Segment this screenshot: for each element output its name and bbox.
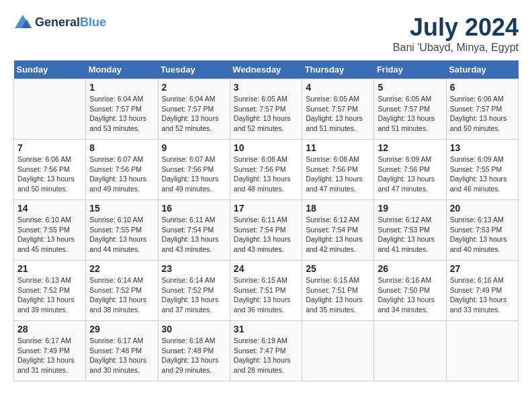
header-cell-friday: Friday — [374, 60, 446, 79]
calendar-body: 1Sunrise: 6:04 AM Sunset: 7:57 PM Daylig… — [14, 79, 519, 381]
day-info: Sunrise: 6:04 AM Sunset: 7:57 PM Dayligh… — [162, 94, 226, 134]
day-number: 29 — [89, 324, 154, 334]
day-cell: 1Sunrise: 6:04 AM Sunset: 7:57 PM Daylig… — [86, 79, 158, 140]
day-cell: 5Sunrise: 6:05 AM Sunset: 7:57 PM Daylig… — [374, 79, 446, 140]
day-number: 28 — [17, 324, 82, 334]
day-info: Sunrise: 6:18 AM Sunset: 7:48 PM Dayligh… — [162, 336, 226, 375]
day-cell — [446, 321, 518, 381]
header-cell-sunday: Sunday — [14, 60, 86, 79]
day-number: 22 — [89, 263, 154, 274]
day-cell: 4Sunrise: 6:05 AM Sunset: 7:57 PM Daylig… — [302, 79, 374, 140]
day-cell — [302, 321, 374, 381]
day-number: 26 — [378, 263, 442, 274]
day-cell: 28Sunrise: 6:17 AM Sunset: 7:49 PM Dayli… — [14, 321, 86, 381]
day-number: 12 — [378, 142, 442, 153]
day-number: 17 — [234, 203, 298, 214]
day-info: Sunrise: 6:19 AM Sunset: 7:47 PM Dayligh… — [234, 336, 298, 375]
title-block: July 2024 Bani 'Ubayd, Minya, Egypt — [393, 13, 519, 54]
day-cell: 30Sunrise: 6:18 AM Sunset: 7:48 PM Dayli… — [158, 321, 230, 381]
day-number: 30 — [162, 324, 226, 334]
day-cell: 17Sunrise: 6:11 AM Sunset: 7:54 PM Dayli… — [230, 200, 302, 261]
day-number: 11 — [306, 142, 370, 153]
logo: GeneralBlue — [13, 13, 106, 32]
month-year-title: July 2024 — [393, 13, 519, 42]
day-info: Sunrise: 6:12 AM Sunset: 7:54 PM Dayligh… — [306, 215, 370, 255]
day-info: Sunrise: 6:09 AM Sunset: 7:55 PM Dayligh… — [450, 154, 515, 194]
day-cell — [374, 321, 446, 381]
day-info: Sunrise: 6:10 AM Sunset: 7:55 PM Dayligh… — [89, 215, 154, 255]
day-cell: 3Sunrise: 6:05 AM Sunset: 7:57 PM Daylig… — [230, 79, 302, 140]
day-cell: 12Sunrise: 6:09 AM Sunset: 7:56 PM Dayli… — [374, 140, 446, 200]
week-row-5: 28Sunrise: 6:17 AM Sunset: 7:49 PM Dayli… — [14, 321, 519, 381]
day-info: Sunrise: 6:08 AM Sunset: 7:56 PM Dayligh… — [234, 154, 298, 194]
day-cell: 18Sunrise: 6:12 AM Sunset: 7:54 PM Dayli… — [302, 200, 374, 261]
day-cell: 31Sunrise: 6:19 AM Sunset: 7:47 PM Dayli… — [230, 321, 302, 381]
day-number: 8 — [89, 142, 154, 153]
header-cell-tuesday: Tuesday — [158, 60, 230, 79]
day-info: Sunrise: 6:16 AM Sunset: 7:50 PM Dayligh… — [378, 275, 442, 315]
day-cell: 14Sunrise: 6:10 AM Sunset: 7:55 PM Dayli… — [14, 200, 86, 261]
day-number: 21 — [17, 263, 82, 274]
day-cell: 19Sunrise: 6:12 AM Sunset: 7:53 PM Dayli… — [374, 200, 446, 261]
week-row-1: 1Sunrise: 6:04 AM Sunset: 7:57 PM Daylig… — [14, 79, 519, 140]
day-number: 5 — [378, 82, 442, 93]
day-number: 9 — [162, 142, 226, 153]
day-info: Sunrise: 6:14 AM Sunset: 7:52 PM Dayligh… — [89, 275, 154, 315]
day-info: Sunrise: 6:10 AM Sunset: 7:55 PM Dayligh… — [17, 215, 82, 255]
day-cell: 8Sunrise: 6:07 AM Sunset: 7:56 PM Daylig… — [86, 140, 158, 200]
day-number: 24 — [234, 263, 298, 274]
day-number: 3 — [234, 82, 298, 93]
day-info: Sunrise: 6:14 AM Sunset: 7:52 PM Dayligh… — [162, 275, 226, 315]
calendar-header: SundayMondayTuesdayWednesdayThursdayFrid… — [14, 60, 519, 79]
day-cell: 20Sunrise: 6:13 AM Sunset: 7:53 PM Dayli… — [446, 200, 518, 261]
day-info: Sunrise: 6:09 AM Sunset: 7:56 PM Dayligh… — [378, 154, 442, 194]
day-info: Sunrise: 6:17 AM Sunset: 7:49 PM Dayligh… — [17, 336, 82, 375]
day-number: 6 — [450, 82, 515, 93]
day-number: 10 — [234, 142, 298, 153]
calendar-table: SundayMondayTuesdayWednesdayThursdayFrid… — [13, 60, 519, 381]
day-number: 13 — [450, 142, 515, 153]
day-info: Sunrise: 6:15 AM Sunset: 7:51 PM Dayligh… — [234, 275, 298, 315]
day-info: Sunrise: 6:12 AM Sunset: 7:53 PM Dayligh… — [378, 215, 442, 255]
header-cell-saturday: Saturday — [446, 60, 518, 79]
day-number: 18 — [306, 203, 370, 214]
day-info: Sunrise: 6:11 AM Sunset: 7:54 PM Dayligh… — [162, 215, 226, 255]
day-cell: 21Sunrise: 6:13 AM Sunset: 7:52 PM Dayli… — [14, 261, 86, 321]
day-info: Sunrise: 6:06 AM Sunset: 7:56 PM Dayligh… — [17, 154, 82, 194]
day-cell: 25Sunrise: 6:15 AM Sunset: 7:51 PM Dayli… — [302, 261, 374, 321]
week-row-4: 21Sunrise: 6:13 AM Sunset: 7:52 PM Dayli… — [14, 261, 519, 321]
day-info: Sunrise: 6:16 AM Sunset: 7:49 PM Dayligh… — [450, 275, 515, 315]
day-cell: 7Sunrise: 6:06 AM Sunset: 7:56 PM Daylig… — [14, 140, 86, 200]
day-info: Sunrise: 6:11 AM Sunset: 7:54 PM Dayligh… — [234, 215, 298, 255]
week-row-2: 7Sunrise: 6:06 AM Sunset: 7:56 PM Daylig… — [14, 140, 519, 200]
day-number: 25 — [306, 263, 370, 274]
day-cell: 9Sunrise: 6:07 AM Sunset: 7:56 PM Daylig… — [158, 140, 230, 200]
week-row-3: 14Sunrise: 6:10 AM Sunset: 7:55 PM Dayli… — [14, 200, 519, 261]
day-info: Sunrise: 6:13 AM Sunset: 7:52 PM Dayligh… — [17, 275, 82, 315]
header-cell-thursday: Thursday — [302, 60, 374, 79]
day-number: 20 — [450, 203, 515, 214]
day-number: 1 — [89, 82, 154, 93]
header-cell-wednesday: Wednesday — [230, 60, 302, 79]
header-cell-monday: Monday — [86, 60, 158, 79]
day-cell: 6Sunrise: 6:06 AM Sunset: 7:57 PM Daylig… — [446, 79, 518, 140]
day-number: 14 — [17, 203, 82, 214]
location-subtitle: Bani 'Ubayd, Minya, Egypt — [393, 42, 519, 54]
day-info: Sunrise: 6:15 AM Sunset: 7:51 PM Dayligh… — [306, 275, 370, 315]
day-number: 15 — [89, 203, 154, 214]
day-info: Sunrise: 6:05 AM Sunset: 7:57 PM Dayligh… — [378, 94, 442, 134]
day-info: Sunrise: 6:17 AM Sunset: 7:48 PM Dayligh… — [89, 336, 154, 375]
day-cell: 23Sunrise: 6:14 AM Sunset: 7:52 PM Dayli… — [158, 261, 230, 321]
day-cell: 13Sunrise: 6:09 AM Sunset: 7:55 PM Dayli… — [446, 140, 518, 200]
day-number: 19 — [378, 203, 442, 214]
day-info: Sunrise: 6:06 AM Sunset: 7:57 PM Dayligh… — [450, 94, 515, 134]
day-cell: 22Sunrise: 6:14 AM Sunset: 7:52 PM Dayli… — [86, 261, 158, 321]
day-cell: 10Sunrise: 6:08 AM Sunset: 7:56 PM Dayli… — [230, 140, 302, 200]
day-number: 2 — [162, 82, 226, 93]
day-cell: 24Sunrise: 6:15 AM Sunset: 7:51 PM Dayli… — [230, 261, 302, 321]
logo-text: GeneralBlue — [35, 16, 106, 30]
day-number: 23 — [162, 263, 226, 274]
day-info: Sunrise: 6:13 AM Sunset: 7:53 PM Dayligh… — [450, 215, 515, 255]
day-number: 16 — [162, 203, 226, 214]
day-cell: 15Sunrise: 6:10 AM Sunset: 7:55 PM Dayli… — [86, 200, 158, 261]
